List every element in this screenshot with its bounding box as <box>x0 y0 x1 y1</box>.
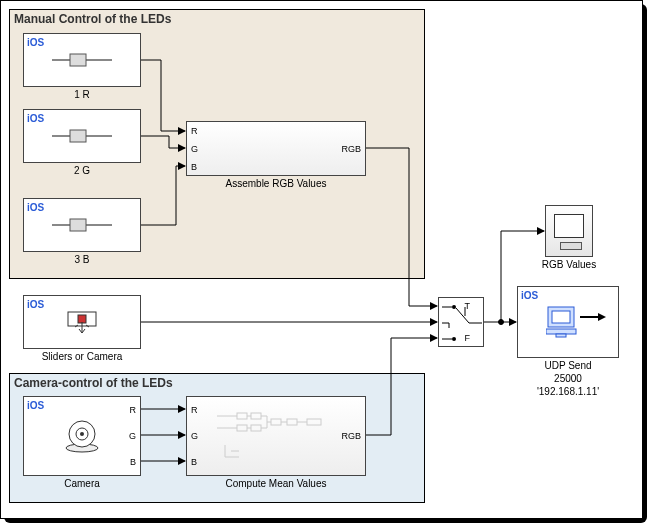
block-slider-g-label: 2 G <box>23 165 141 176</box>
port-in-g: G <box>191 431 198 441</box>
svg-point-19 <box>452 305 456 309</box>
svg-rect-12 <box>237 413 247 419</box>
svg-line-21 <box>456 308 469 323</box>
ios-badge: iOS <box>521 290 538 301</box>
block-scope-label: RGB Values <box>521 259 617 270</box>
block-udp-label: UDP Send <box>517 360 619 371</box>
computer-send-icon <box>546 305 606 345</box>
port-in-b: B <box>191 457 197 467</box>
block-scope[interactable] <box>545 205 593 257</box>
svg-marker-28 <box>598 313 606 321</box>
block-sliders-or-camera-label: Sliders or Camera <box>23 351 141 362</box>
region-camera-title: Camera-control of the LEDs <box>14 376 173 390</box>
svg-point-30 <box>499 320 504 325</box>
slider-icon <box>52 53 112 67</box>
slider-icon <box>52 218 112 232</box>
svg-point-20 <box>452 337 456 341</box>
block-compute-mean[interactable]: R G B RGB <box>186 396 366 476</box>
svg-rect-26 <box>556 334 566 337</box>
port-in-r: R <box>191 126 198 136</box>
svg-rect-16 <box>271 419 281 425</box>
region-manual-title: Manual Control of the LEDs <box>14 12 171 26</box>
svg-rect-1 <box>70 54 86 66</box>
camera-icon <box>62 418 102 454</box>
svg-point-11 <box>80 432 84 436</box>
block-switch[interactable]: T F <box>438 297 484 347</box>
svg-rect-25 <box>546 329 576 334</box>
block-camera-label: Camera <box>23 478 141 489</box>
svg-rect-18 <box>307 419 321 425</box>
block-udp-port: 25000 <box>517 373 619 384</box>
svg-rect-13 <box>251 413 261 419</box>
touch-icon <box>65 309 99 335</box>
block-assemble-rgb[interactable]: R G B RGB <box>186 121 366 176</box>
block-assemble-label: Assemble RGB Values <box>186 178 366 189</box>
port-in-g: G <box>191 144 198 154</box>
port-in-b: B <box>191 162 197 172</box>
svg-rect-14 <box>237 425 247 431</box>
svg-rect-17 <box>287 419 297 425</box>
port-out-rgb: RGB <box>341 431 361 441</box>
block-udp-send[interactable]: iOS <box>517 286 619 358</box>
port-in-r: R <box>191 405 198 415</box>
block-slider-r-label: 1 R <box>23 89 141 100</box>
svg-rect-7 <box>78 315 86 323</box>
block-slider-b[interactable]: iOS <box>23 198 141 252</box>
switch-icon <box>439 298 485 348</box>
ios-badge: iOS <box>27 400 44 411</box>
port-out-b: B <box>130 457 136 467</box>
block-compute-label: Compute Mean Values <box>186 478 366 489</box>
port-out-g: G <box>129 431 136 441</box>
svg-rect-3 <box>70 130 86 142</box>
slider-icon <box>52 129 112 143</box>
ios-badge: iOS <box>27 37 44 48</box>
block-sliders-or-camera[interactable]: iOS <box>23 295 141 349</box>
block-camera[interactable]: iOS R G B <box>23 396 141 476</box>
canvas-main: Manual Control of the LEDs Camera-contro… <box>0 0 643 519</box>
ios-badge: iOS <box>27 202 44 213</box>
block-udp-ip: '192.168.1.11' <box>517 386 619 397</box>
block-slider-b-label: 3 B <box>23 254 141 265</box>
svg-rect-24 <box>552 311 570 323</box>
diagram-canvas: Manual Control of the LEDs Camera-contro… <box>0 0 653 529</box>
port-out-r: R <box>130 405 137 415</box>
block-slider-g[interactable]: iOS <box>23 109 141 163</box>
ios-badge: iOS <box>27 299 44 310</box>
block-slider-r[interactable]: iOS <box>23 33 141 87</box>
ios-badge: iOS <box>27 113 44 124</box>
svg-rect-5 <box>70 219 86 231</box>
subsystem-glyph <box>217 409 337 465</box>
svg-rect-15 <box>251 425 261 431</box>
port-out-rgb: RGB <box>341 144 361 154</box>
